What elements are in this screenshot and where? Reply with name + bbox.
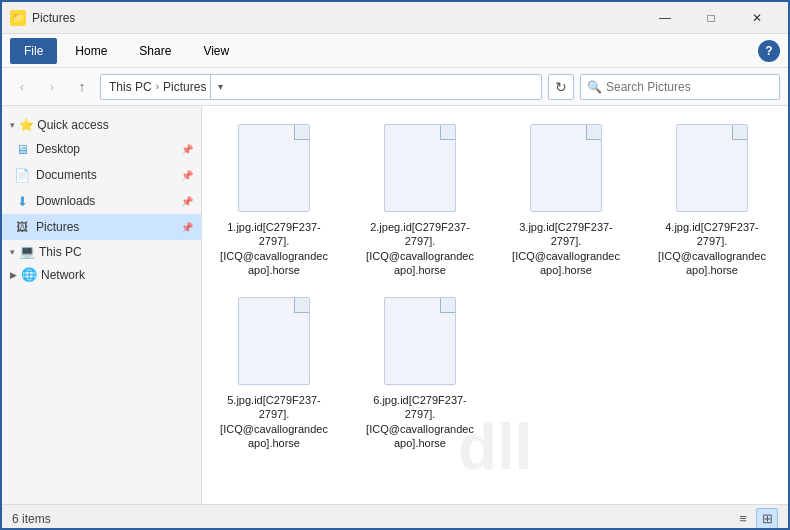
sidebar-label-network: Network [41, 268, 85, 282]
file-name-5: 5.jpg.id[C279F237-2797].[ICQ@cavallogran… [220, 393, 328, 450]
documents-folder-icon: 📄 [14, 167, 30, 183]
tab-view[interactable]: View [189, 38, 243, 64]
file-item-3[interactable]: 3.jpg.id[C279F237-2797].[ICQ@cavallogran… [506, 118, 626, 283]
file-name-2: 2.jpeg.id[C279F237-2797].[ICQ@cavallogra… [366, 220, 474, 277]
maximize-button[interactable]: □ [688, 2, 734, 34]
file-icon-6 [380, 297, 460, 387]
content-area: dll 1.jpg.id[C279F237-2797].[ICQ@cavallo… [202, 106, 788, 504]
file-name-3: 3.jpg.id[C279F237-2797].[ICQ@cavallogran… [512, 220, 620, 277]
this-pc-chevron: ▾ [10, 247, 15, 257]
sidebar-item-downloads[interactable]: ⬇ Downloads 📌 [2, 188, 201, 214]
address-bar: ‹ › ↑ This PC › Pictures ▾ ↻ 🔍 [2, 68, 788, 106]
minimize-button[interactable]: — [642, 2, 688, 34]
network-chevron: ▶ [10, 270, 17, 280]
network-icon: 🌐 [21, 267, 37, 282]
search-icon: 🔍 [587, 80, 602, 94]
tab-file[interactable]: File [10, 38, 57, 64]
pictures-folder-icon: 🖼 [14, 219, 30, 235]
file-icon-3 [526, 124, 606, 214]
item-count: 6 items [12, 512, 51, 526]
path-chevron-1: › [156, 81, 159, 92]
file-item-4[interactable]: 4.jpg.id[C279F237-2797].[ICQ@cavallogran… [652, 118, 772, 283]
file-name-4: 4.jpg.id[C279F237-2797].[ICQ@cavallogran… [658, 220, 766, 277]
window-title: Pictures [32, 11, 75, 25]
pin-icon-pictures: 📌 [181, 222, 193, 233]
pin-icon-desktop: 📌 [181, 144, 193, 155]
file-grid: 1.jpg.id[C279F237-2797].[ICQ@cavallogran… [214, 118, 776, 456]
file-icon-5 [234, 297, 314, 387]
search-input[interactable] [606, 80, 773, 94]
sidebar-label-desktop: Desktop [36, 142, 80, 156]
back-button[interactable]: ‹ [10, 75, 34, 99]
sidebar-item-documents[interactable]: 📄 Documents 📌 [2, 162, 201, 188]
window-controls: — □ ✕ [642, 2, 780, 34]
file-item-5[interactable]: 5.jpg.id[C279F237-2797].[ICQ@cavallogran… [214, 291, 334, 456]
downloads-folder-icon: ⬇ [14, 193, 30, 209]
grid-view-button[interactable]: ⊞ [756, 508, 778, 530]
address-path[interactable]: This PC › Pictures ▾ [100, 74, 542, 100]
file-item-6[interactable]: 6.jpg.id[C279F237-2797].[ICQ@cavallogran… [360, 291, 480, 456]
sidebar-item-desktop[interactable]: 🖥 Desktop 📌 [2, 136, 201, 162]
sidebar: ▾ ⭐ Quick access 🖥 Desktop 📌 📄 Documents… [2, 106, 202, 504]
help-button[interactable]: ? [758, 40, 780, 62]
file-icon-2 [380, 124, 460, 214]
sidebar-item-pictures[interactable]: 🖼 Pictures 📌 [2, 214, 201, 240]
view-controls: ≡ ⊞ [732, 508, 778, 530]
file-name-6: 6.jpg.id[C279F237-2797].[ICQ@cavallogran… [366, 393, 474, 450]
quick-access-label: ⭐ Quick access [19, 118, 109, 132]
file-item-2[interactable]: 2.jpeg.id[C279F237-2797].[ICQ@cavallogra… [360, 118, 480, 283]
tab-share[interactable]: Share [125, 38, 185, 64]
sidebar-label-this-pc: This PC [39, 245, 82, 259]
up-button[interactable]: ↑ [70, 75, 94, 99]
list-view-button[interactable]: ≡ [732, 508, 754, 530]
folder-icon: 📁 [10, 10, 26, 26]
pin-icon-downloads: 📌 [181, 196, 193, 207]
this-pc-icon: 💻 [19, 244, 35, 259]
file-item-1[interactable]: 1.jpg.id[C279F237-2797].[ICQ@cavallogran… [214, 118, 334, 283]
file-icon-4 [672, 124, 752, 214]
forward-button[interactable]: › [40, 75, 64, 99]
sidebar-label-documents: Documents [36, 168, 97, 182]
refresh-button[interactable]: ↻ [548, 74, 574, 100]
file-icon-1 [234, 124, 314, 214]
title-bar: 📁 Pictures — □ ✕ [2, 2, 788, 34]
pin-icon-documents: 📌 [181, 170, 193, 181]
close-button[interactable]: ✕ [734, 2, 780, 34]
status-bar: 6 items ≡ ⊞ [2, 504, 788, 530]
quick-access-chevron: ▾ [10, 120, 15, 130]
ribbon: File Home Share View ? [2, 34, 788, 68]
file-name-1: 1.jpg.id[C279F237-2797].[ICQ@cavallogran… [220, 220, 328, 277]
sidebar-this-pc[interactable]: ▾ 💻 This PC [2, 240, 201, 263]
path-dropdown[interactable]: ▾ [210, 74, 230, 100]
sidebar-quick-access[interactable]: ▾ ⭐ Quick access [2, 114, 201, 136]
sidebar-network[interactable]: ▶ 🌐 Network [2, 263, 201, 286]
search-box[interactable]: 🔍 [580, 74, 780, 100]
desktop-folder-icon: 🖥 [14, 141, 30, 157]
tab-home[interactable]: Home [61, 38, 121, 64]
sidebar-label-pictures: Pictures [36, 220, 79, 234]
path-thispc: This PC [109, 80, 152, 94]
sidebar-label-downloads: Downloads [36, 194, 95, 208]
path-pictures: Pictures [163, 80, 206, 94]
title-bar-left: 📁 Pictures [10, 10, 75, 26]
main-layout: ▾ ⭐ Quick access 🖥 Desktop 📌 📄 Documents… [2, 106, 788, 504]
